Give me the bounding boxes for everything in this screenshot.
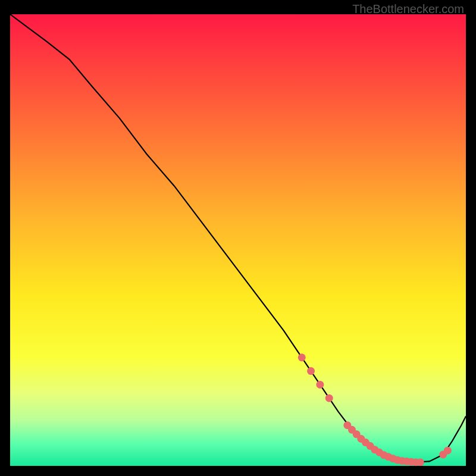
gradient-background	[10, 14, 466, 466]
data-point	[325, 394, 333, 402]
data-point	[444, 447, 452, 455]
chart-container: TheBottlenecker.com	[0, 0, 476, 476]
watermark-text: TheBottlenecker.com	[352, 2, 464, 16]
data-point	[307, 367, 315, 375]
data-point	[298, 353, 306, 361]
chart-svg	[10, 14, 466, 466]
data-point	[416, 458, 424, 466]
plot-area	[10, 14, 466, 466]
data-point	[316, 381, 324, 389]
